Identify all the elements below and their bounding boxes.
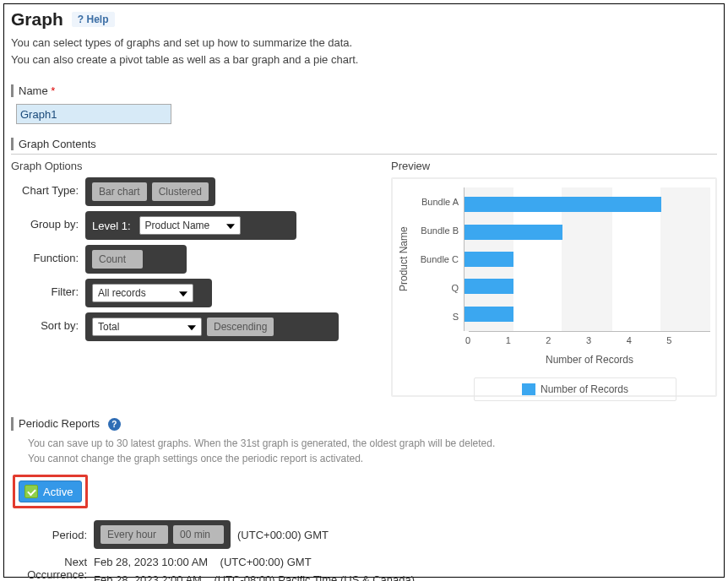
help-icon[interactable]: ? <box>108 418 121 431</box>
filter-group: All records <box>85 279 212 307</box>
periodic-label-text: Periodic Reports <box>19 417 100 430</box>
name-label-text: Name <box>19 84 48 97</box>
xtick-5: 5 <box>666 332 707 345</box>
required-marker: * <box>51 84 55 97</box>
periodic-reports-label: Periodic Reports ? <box>11 417 717 431</box>
bar-0 <box>465 197 661 212</box>
chart-bars <box>464 187 710 331</box>
chart-cluster-value: Clustered <box>152 182 209 201</box>
bar-2 <box>465 252 513 267</box>
chart-preview: Product Name Bundle A Bundle B Bundle C … <box>391 177 717 397</box>
chart-ycategories: Bundle A Bundle B Bundle C Q S <box>413 187 464 331</box>
active-button-label: Active <box>43 486 73 498</box>
next-occurrence-text: Feb 28, 2023 10:00 AM (UTC+00:00) GMT Fe… <box>94 554 415 581</box>
next-time-1: Feb 28, 2023 10:00 AM <box>94 556 208 568</box>
ycat-1: Bundle B <box>413 225 459 236</box>
chart-type-value: Bar chart <box>92 182 147 201</box>
chart-legend: Number of Records <box>474 377 676 401</box>
sort-by-label: Sort by: <box>11 312 85 332</box>
name-section-label: Name * <box>11 84 717 97</box>
bar-3 <box>465 279 513 294</box>
chart-type-label: Chart Type: <box>11 177 85 197</box>
period-every-value: Every hour <box>101 525 168 544</box>
periodic-hint: You can save up to 30 latest graphs. Whe… <box>28 436 717 466</box>
next-tz-2: (UTC-08:00) Pacific Time (US & Canada) <box>214 573 415 581</box>
ycat-0: Bundle A <box>413 197 459 207</box>
sort-by-select[interactable]: Total <box>92 318 202 336</box>
check-icon <box>24 485 38 498</box>
group-by-select[interactable]: Product Name <box>139 216 241 235</box>
level-label: Level 1: <box>92 220 131 232</box>
preview-heading: Preview <box>391 160 717 172</box>
xtick-1: 1 <box>506 332 546 345</box>
help-button[interactable]: ? Help <box>72 12 115 27</box>
sort-by-group: Total Descending <box>85 312 339 341</box>
filter-select[interactable]: All records <box>92 284 193 302</box>
chart-xaxis: 0 1 2 3 4 5 <box>469 331 710 345</box>
legend-swatch <box>522 383 535 395</box>
page-description: You can select types of graphs and set u… <box>11 35 717 68</box>
xtick-0: 0 <box>465 332 506 345</box>
legend-text: Number of Records <box>541 383 628 395</box>
hint-line-1: You can save up to 30 latest graphs. Whe… <box>28 436 717 451</box>
bar-4 <box>465 307 513 322</box>
desc-line-1: You can select types of graphs and set u… <box>11 35 717 52</box>
period-label: Period: <box>11 529 87 541</box>
group-by-group: Level 1: Product Name <box>85 211 296 240</box>
ycat-4: S <box>413 312 459 322</box>
active-highlight: Active <box>13 475 88 508</box>
page-title-text: Graph <box>11 9 63 30</box>
function-label: Function: <box>11 245 85 264</box>
graph-options-heading: Graph Options <box>11 160 374 172</box>
xtick-4: 4 <box>627 332 667 345</box>
group-by-label: Group by: <box>11 211 85 231</box>
chart-xlabel: Number of Records <box>469 354 710 366</box>
function-group: Count <box>85 245 187 274</box>
next-time-2: Feb 28, 2023 2:00 AM <box>94 573 202 581</box>
graph-contents-label: Graph Contents <box>11 138 717 150</box>
xtick-2: 2 <box>546 332 586 345</box>
chart-ylabel: Product Name <box>398 187 413 331</box>
next-tz-1: (UTC+00:00) GMT <box>220 556 312 568</box>
name-input[interactable] <box>16 104 171 124</box>
next-occurrence-label: Next Occurrence: <box>11 554 87 581</box>
xtick-3: 3 <box>586 332 627 345</box>
function-value: Count <box>92 250 143 269</box>
bar-1 <box>465 225 562 240</box>
period-group: Every hour 00 min <box>94 520 231 549</box>
divider <box>11 154 717 155</box>
ycat-2: Bundle C <box>413 254 459 264</box>
filter-label: Filter: <box>11 279 85 298</box>
desc-line-2: You can also create a pivot table as wel… <box>11 52 717 68</box>
active-button[interactable]: Active <box>19 481 82 502</box>
chart-type-group: Bar chart Clustered <box>85 177 215 206</box>
hint-line-2: You cannot change the graph settings onc… <box>28 451 717 466</box>
period-timezone: (UTC+00:00) GMT <box>237 529 329 541</box>
ycat-3: Q <box>413 283 459 293</box>
sort-direction-value: Descending <box>207 318 274 336</box>
page-title: Graph ? Help <box>11 9 717 30</box>
period-min-value: 00 min <box>173 525 224 544</box>
